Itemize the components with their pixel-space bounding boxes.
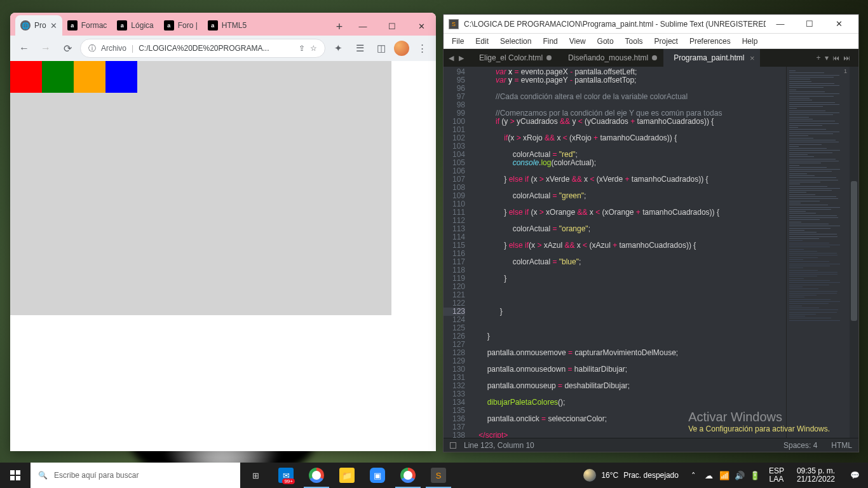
editor-body: 9495969798991001011021031041051061071081… bbox=[444, 67, 858, 438]
menu-help[interactable]: Help bbox=[736, 34, 764, 48]
task-view-button[interactable]: ⊞ bbox=[240, 463, 271, 488]
browser-tab[interactable]: 🌐Pro✕ bbox=[15, 15, 62, 36]
tab-label: Foro | bbox=[178, 21, 198, 30]
sublime-app[interactable]: S bbox=[423, 463, 454, 488]
url-text: C:/LOGICA%20DE%20PROGRAMA... bbox=[139, 44, 294, 53]
editor-tab-label: Diseñando_mouse.html bbox=[568, 53, 648, 62]
close-button[interactable]: ✕ bbox=[407, 17, 436, 36]
url-prefix: Archivo bbox=[101, 44, 126, 53]
notifications-icon[interactable]: 💬 bbox=[841, 463, 868, 488]
sublime-tabbar: ◀▶ Elige_el Color.htmlDiseñando_mouse.ht… bbox=[444, 49, 858, 67]
explorer-app[interactable]: 📁 bbox=[332, 463, 362, 488]
editor-tab[interactable]: Diseñando_mouse.html bbox=[558, 49, 663, 67]
alura-favicon: a bbox=[164, 20, 174, 30]
menu-selection[interactable]: Selection bbox=[494, 34, 537, 48]
globe-icon: 🌐 bbox=[20, 20, 31, 30]
wifi-icon[interactable]: 📶 bbox=[717, 463, 732, 488]
search-icon: 🔍 bbox=[38, 471, 48, 480]
menu-goto[interactable]: Goto bbox=[592, 34, 620, 48]
palette-red[interactable] bbox=[10, 61, 42, 93]
profile-avatar[interactable] bbox=[394, 41, 409, 56]
sublime-window: S C:\LOGICA DE PROGRAMACION\Programa_pai… bbox=[443, 14, 859, 452]
menu-view[interactable]: View bbox=[564, 34, 592, 48]
dirty-indicator-icon bbox=[546, 55, 552, 60]
language-indicator[interactable]: ESPLAA bbox=[763, 467, 790, 484]
share-icon[interactable]: ⇪ bbox=[299, 44, 305, 53]
extensions-icon[interactable]: ✦ bbox=[329, 39, 347, 57]
palette-blue[interactable] bbox=[105, 61, 137, 93]
volume-icon[interactable]: 🔊 bbox=[732, 463, 747, 488]
browser-tab[interactable]: aLógica bbox=[112, 15, 158, 36]
editor-tab[interactable]: Elige_el Color.html bbox=[469, 49, 558, 67]
chrome-app[interactable] bbox=[301, 463, 332, 488]
browser-tab[interactable]: aHTML5 bbox=[203, 15, 252, 36]
tab-dropdown-icon[interactable]: ▾ bbox=[825, 53, 829, 62]
browser-tab[interactable]: aFormac bbox=[62, 15, 112, 36]
new-tab-icon[interactable]: + bbox=[816, 53, 820, 62]
zoom-app[interactable]: ▣ bbox=[362, 463, 393, 488]
dirty-indicator-icon bbox=[652, 55, 657, 60]
line-gutter: 9495969798991001011021031041051061071081… bbox=[444, 67, 470, 438]
tab-close-icon[interactable]: × bbox=[750, 53, 755, 63]
code-area[interactable]: var x = evento.pageX - pantalla.offsetLe… bbox=[470, 67, 786, 438]
menu-file[interactable]: File bbox=[446, 34, 470, 48]
editor-tab-label: Elige_el Color.html bbox=[479, 53, 543, 62]
chrome-menu-icon[interactable]: ⋮ bbox=[413, 39, 431, 57]
menu-edit[interactable]: Edit bbox=[470, 34, 494, 48]
reading-list-icon[interactable]: ☰ bbox=[351, 39, 369, 57]
reload-button[interactable]: ⟳ bbox=[58, 39, 76, 57]
mail-app[interactable]: 99+✉ bbox=[271, 463, 301, 488]
start-button[interactable] bbox=[0, 463, 31, 488]
browser-tab[interactable]: aForo | bbox=[159, 15, 203, 36]
nav-back-icon[interactable]: ◀ bbox=[449, 54, 454, 62]
address-bar[interactable]: ⓘ Archivo | C:/LOGICA%20DE%20PROGRAMA...… bbox=[80, 39, 325, 58]
onedrive-icon[interactable]: ☁ bbox=[702, 463, 717, 488]
scrollbar-thumb[interactable] bbox=[851, 181, 857, 321]
svg-rect-2 bbox=[10, 476, 15, 480]
vertical-scrollbar[interactable] bbox=[850, 67, 858, 438]
forward-button[interactable]: → bbox=[37, 39, 55, 57]
system-tray: 16°C Prac. despejado ˄ ☁ 📶 🔊 🔋 ESPLAA 09… bbox=[576, 463, 868, 488]
chrome-app-2[interactable] bbox=[393, 463, 423, 488]
menu-tools[interactable]: Tools bbox=[620, 34, 649, 48]
menu-project[interactable]: Project bbox=[649, 34, 684, 48]
tab-close-icon[interactable]: ✕ bbox=[50, 21, 57, 30]
status-panel-icon[interactable] bbox=[450, 442, 456, 449]
minimize-button[interactable]: — bbox=[348, 17, 377, 36]
tab-label: Pro bbox=[34, 21, 46, 30]
taskbar-search[interactable]: 🔍 Escribe aquí para buscar bbox=[31, 463, 240, 488]
tray-overflow-icon[interactable]: ˄ bbox=[686, 463, 702, 488]
svg-rect-3 bbox=[16, 476, 20, 480]
alura-favicon: a bbox=[117, 20, 127, 30]
editor-tab[interactable]: Programa_paint.html× bbox=[663, 49, 759, 67]
side-panel-icon[interactable]: ◫ bbox=[372, 39, 390, 57]
back-button[interactable]: ← bbox=[15, 39, 33, 57]
indent-mode[interactable]: Spaces: 4 bbox=[783, 441, 817, 450]
color-palette bbox=[10, 61, 391, 93]
minimap[interactable]: 1 bbox=[786, 67, 850, 438]
palette-orange[interactable] bbox=[74, 61, 105, 93]
maximize-button[interactable]: ☐ bbox=[795, 15, 824, 34]
nav-fwd-icon[interactable]: ▶ bbox=[459, 54, 464, 62]
tab-label: HTML5 bbox=[222, 21, 247, 30]
sublime-titlebar: S C:\LOGICA DE PROGRAMACION\Programa_pai… bbox=[444, 15, 858, 34]
clock[interactable]: 09:35 p. m.21/12/2022 bbox=[790, 467, 841, 484]
info-icon: ⓘ bbox=[88, 43, 96, 54]
menu-preferences[interactable]: Preferences bbox=[684, 34, 736, 48]
chrome-window: 🌐Pro✕aFormacaLógicaaForo |aHTML5 + — ☐ ✕… bbox=[10, 13, 436, 451]
svg-rect-1 bbox=[16, 470, 20, 475]
next-tab-icon[interactable]: ⏭ bbox=[843, 54, 850, 62]
battery-icon[interactable]: 🔋 bbox=[747, 463, 763, 488]
sublime-icon: S bbox=[449, 19, 459, 29]
drawing-canvas[interactable] bbox=[10, 61, 391, 315]
syntax-mode[interactable]: HTML bbox=[831, 441, 852, 450]
star-icon[interactable]: ☆ bbox=[310, 44, 317, 53]
menu-find[interactable]: Find bbox=[537, 34, 563, 48]
minimize-button[interactable]: — bbox=[766, 15, 795, 34]
prev-tab-icon[interactable]: ⏮ bbox=[832, 54, 839, 62]
new-tab-button[interactable]: + bbox=[330, 18, 348, 36]
palette-green[interactable] bbox=[42, 61, 74, 93]
weather-widget[interactable]: 16°C Prac. despejado bbox=[576, 469, 686, 482]
close-button[interactable]: ✕ bbox=[824, 15, 853, 34]
maximize-button[interactable]: ☐ bbox=[377, 17, 407, 36]
